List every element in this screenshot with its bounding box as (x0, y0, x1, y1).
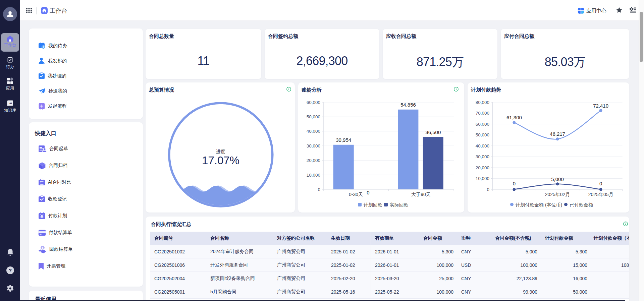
svg-text:20,000: 20,000 (307, 158, 320, 163)
svg-text:50,000: 50,000 (476, 132, 489, 137)
svg-text:40,000: 40,000 (307, 129, 320, 134)
svg-text:36,500: 36,500 (425, 129, 441, 135)
svg-text:0: 0 (599, 181, 602, 186)
svg-text:10,000: 10,000 (307, 173, 320, 178)
svg-text:0: 0 (318, 187, 320, 192)
svg-text:30,000: 30,000 (307, 143, 320, 148)
svg-text:80,000: 80,000 (476, 100, 489, 105)
svg-text:60,000: 60,000 (476, 122, 489, 127)
svg-text:?: ? (8, 267, 11, 273)
svg-text:进度: 进度 (216, 149, 225, 154)
svg-text:大于90天: 大于90天 (411, 192, 431, 197)
svg-text:72,410: 72,410 (593, 103, 608, 109)
svg-text:实际回款: 实际回款 (390, 202, 409, 207)
svg-text:0: 0 (513, 181, 516, 186)
svg-text:0: 0 (487, 187, 489, 192)
svg-text:已付款金额: 已付款金额 (570, 202, 593, 207)
svg-text:54,856: 54,856 (400, 102, 416, 108)
svg-text:AI: AI (9, 102, 12, 105)
svg-text:17.07%: 17.07% (202, 154, 239, 167)
svg-text:60,000: 60,000 (307, 100, 320, 105)
svg-text:30,954: 30,954 (336, 137, 351, 143)
svg-text:5,000: 5,000 (551, 176, 564, 182)
svg-text:20,000: 20,000 (476, 165, 489, 170)
svg-text:2025年05月: 2025年05月 (588, 192, 613, 197)
svg-text:61,300: 61,300 (506, 115, 522, 120)
svg-text:0-30天: 0-30天 (349, 192, 363, 197)
svg-text:计划付款金额 (本位币): 计划付款金额 (本位币) (515, 202, 562, 207)
svg-text:2025年02月: 2025年02月 (545, 192, 570, 197)
svg-text:70,000: 70,000 (476, 111, 489, 116)
svg-text:计划回款: 计划回款 (363, 202, 382, 207)
svg-text:40,000: 40,000 (476, 143, 489, 148)
svg-text:10,000: 10,000 (476, 176, 489, 181)
svg-text:30,000: 30,000 (476, 154, 489, 159)
svg-text:0: 0 (367, 190, 369, 195)
svg-text:46,217: 46,217 (550, 131, 565, 137)
svg-text:50,000: 50,000 (307, 114, 320, 119)
